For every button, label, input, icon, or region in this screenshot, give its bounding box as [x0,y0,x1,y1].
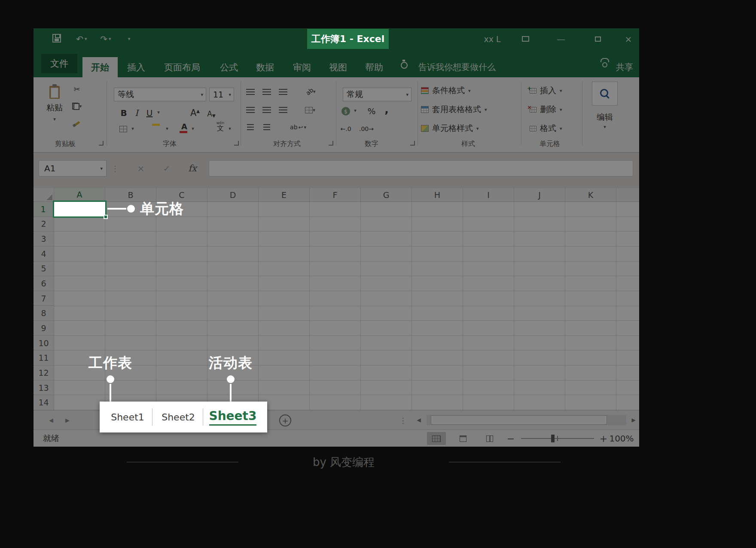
worksheet-callout-dot [107,375,114,383]
sheet-tab-separator [203,408,203,426]
cell-annotation-label: 单元格 [140,200,184,218]
screenshot-canvas: ↶ ▾ ↷ ▾ ▾ xx L — × [0,0,756,548]
worksheet-callout-line [110,384,111,402]
footer-line-right [449,462,561,463]
footer-line-left [127,462,238,463]
selected-cell-a1[interactable] [53,201,107,218]
worksheet-annotation-label: 工作表 [80,354,140,372]
active-sheet-callout-dot [227,375,235,383]
sheet-tabs-highlight-box: Sheet1 Sheet2 Sheet3 [100,402,267,432]
active-sheet-annotation-label: 活动表 [201,354,261,372]
dim-overlay [34,28,639,447]
footer-credit: by 风变编程 [275,454,412,471]
sheet-tab-separator [152,408,152,426]
window-title-highlight: 工作簿1 - Excel [307,29,389,49]
cell-callout-line [107,208,126,210]
cell-callout-dot [127,205,135,213]
sheet-tab-sheet1[interactable]: Sheet1 [108,402,147,432]
excel-window: ↶ ▾ ↷ ▾ ▾ xx L — × [34,28,639,447]
sheet-tab-sheet3-active[interactable]: Sheet3 [208,402,258,432]
active-sheet-callout-line [230,384,232,402]
fill-handle[interactable] [104,215,108,219]
sheet-tab-sheet2[interactable]: Sheet2 [159,402,198,432]
sheet3-label: Sheet3 [209,409,257,426]
